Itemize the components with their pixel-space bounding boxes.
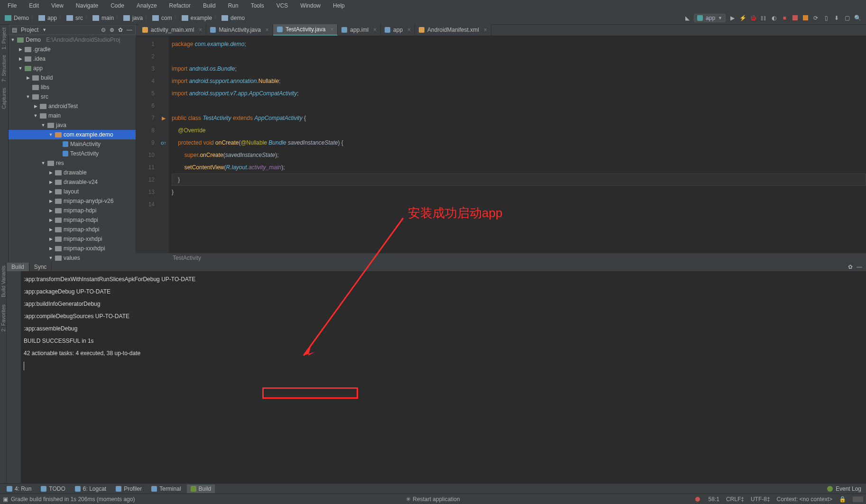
tool-window-button[interactable]: Profiler: [112, 485, 146, 493]
lock-icon[interactable]: 🔒: [839, 496, 846, 503]
tree-row[interactable]: ▶.gradle: [9, 45, 136, 54]
editor-tab[interactable]: app×: [381, 24, 415, 36]
tw-favorites[interactable]: 2: Favorites: [0, 302, 7, 334]
gear-icon[interactable]: ✿: [848, 264, 853, 270]
status-context[interactable]: Context: <no context>: [777, 496, 832, 503]
code-editor[interactable]: 1234567891011121314 ▶ o↑ package com.exa…: [136, 36, 866, 253]
tree-row[interactable]: ▼main: [9, 111, 136, 120]
menu-window[interactable]: Window: [295, 1, 326, 10]
chevron-down-icon[interactable]: ▼: [42, 27, 46, 32]
tree-row[interactable]: ▼res: [9, 158, 136, 168]
tree-row[interactable]: ▶layout: [9, 187, 136, 196]
attach-debugger-icon[interactable]: ◐: [770, 14, 778, 22]
tree-row[interactable]: ▼com.example.demo: [9, 130, 136, 139]
sync-icon[interactable]: ⟳: [812, 14, 820, 22]
build-output[interactable]: :app:transformDexWithInstantRunSlicesApk…: [21, 271, 866, 483]
tw-build-variants[interactable]: Build Variants: [0, 263, 7, 300]
close-icon[interactable]: ×: [484, 27, 487, 33]
collapse-icon[interactable]: ⊖: [101, 27, 106, 33]
tree-row[interactable]: ▼ Demo E:\Android\AndroidStudioProj: [9, 35, 136, 45]
tree-row[interactable]: ▶.idea: [9, 54, 136, 64]
editor-tab[interactable]: app.iml×: [338, 24, 381, 36]
close-icon[interactable]: ×: [330, 26, 333, 33]
close-icon[interactable]: ×: [407, 27, 411, 33]
hide-icon[interactable]: —: [127, 27, 132, 33]
tree-row[interactable]: ▶mipmap-xhdpi: [9, 225, 136, 234]
menu-build[interactable]: Build: [197, 1, 221, 10]
breadcrumb[interactable]: Demo〉 app〉 src〉 main〉 java〉 com〉 example…: [2, 14, 248, 22]
tree-row[interactable]: ▶mipmap-mdpi: [9, 215, 136, 225]
debug-icon[interactable]: 🐞: [749, 14, 757, 22]
search-icon[interactable]: 🔍: [854, 14, 861, 22]
menu-analyze[interactable]: Analyze: [131, 1, 163, 10]
tree-row[interactable]: ▼java: [9, 120, 136, 130]
menu-help[interactable]: Help: [327, 1, 350, 10]
editor-tab[interactable]: activity_main.xml×: [138, 24, 206, 36]
square-icon[interactable]: [803, 15, 808, 20]
tree-row[interactable]: ▶mipmap-hdpi: [9, 206, 136, 215]
editor-tab[interactable]: AndroidManifest.xml×: [415, 24, 491, 36]
menu-code[interactable]: Code: [105, 1, 130, 10]
target-icon[interactable]: ⊕: [110, 27, 114, 33]
tool-window-button[interactable]: Terminal: [147, 485, 184, 493]
mem-indicator[interactable]: [853, 496, 863, 502]
gear-icon[interactable]: ✿: [118, 27, 123, 33]
hammer-icon[interactable]: ◣: [683, 14, 691, 22]
tw-captures[interactable]: Captures: [0, 85, 8, 112]
menu-vcs[interactable]: VCS: [271, 1, 294, 10]
sdk-icon[interactable]: ⬇: [833, 14, 840, 22]
menu-navigate[interactable]: Navigate: [70, 1, 104, 10]
close-icon[interactable]: ×: [266, 27, 269, 33]
event-log-button[interactable]: Event Log: [827, 486, 866, 492]
editor-breadcrumb[interactable]: TestActivity: [136, 253, 866, 263]
run-icon[interactable]: ▶: [728, 14, 736, 22]
tree-row[interactable]: ▶mipmap-xxhdpi: [9, 234, 136, 244]
tool-window-button[interactable]: 6: Logcat: [71, 485, 110, 493]
tree-row[interactable]: ▶mipmap-anydpi-v26: [9, 196, 136, 206]
avd-icon[interactable]: ▯: [822, 14, 830, 22]
tree-row[interactable]: libs: [9, 82, 136, 92]
tree-row[interactable]: MainActivity: [9, 139, 136, 149]
status-enc[interactable]: UTF-8‡: [751, 496, 770, 503]
tree-row[interactable]: ▶mipmap-xxxhdpi: [9, 244, 136, 253]
tree-row[interactable]: ▼values: [9, 253, 136, 263]
tree-row[interactable]: ▶drawable: [9, 168, 136, 177]
tw-structure[interactable]: 7: Structure: [0, 52, 8, 85]
menu-view[interactable]: View: [46, 1, 69, 10]
tree-row[interactable]: ▼src: [9, 92, 136, 101]
code-area[interactable]: package com.example.demo; import android…: [169, 36, 866, 253]
error-indicator-icon[interactable]: [695, 497, 700, 502]
run-gutter-icon[interactable]: ▶: [162, 115, 166, 121]
menu-file[interactable]: File: [2, 1, 22, 10]
close-icon[interactable]: ×: [199, 27, 202, 33]
editor-tab[interactable]: TestActivity.java×: [273, 24, 338, 36]
tree-row[interactable]: ▶androidTest: [9, 101, 136, 111]
menu-edit[interactable]: Edit: [23, 1, 45, 10]
tool-window-button[interactable]: Build: [187, 485, 215, 493]
run-config-combo[interactable]: app ▼: [694, 14, 726, 22]
stop-icon[interactable]: ■: [781, 14, 788, 22]
override-icon[interactable]: o↑: [161, 140, 166, 146]
square-icon[interactable]: [792, 15, 798, 20]
close-icon[interactable]: ×: [373, 27, 377, 33]
build-tab[interactable]: Build: [7, 263, 29, 271]
profile-icon[interactable]: ⫿⫿: [760, 14, 767, 22]
menu-refactor[interactable]: Refactor: [164, 1, 196, 10]
menu-run[interactable]: Run: [222, 1, 244, 10]
status-eol[interactable]: CRLF‡: [726, 496, 744, 503]
tw-project[interactable]: 1: Project: [0, 25, 8, 52]
tree-row[interactable]: ▶build: [9, 73, 136, 82]
corner-icon[interactable]: ▣: [3, 496, 8, 503]
tree-row[interactable]: TestActivity: [9, 149, 136, 158]
editor-tab[interactable]: MainActivity.java×: [206, 24, 273, 36]
menu-tools[interactable]: Tools: [245, 1, 270, 10]
tree-row[interactable]: ▼app: [9, 64, 136, 73]
tree-row[interactable]: ▶drawable-v24: [9, 177, 136, 187]
project-tree[interactable]: ▼ Demo E:\Android\AndroidStudioProj ▶.gr…: [9, 35, 136, 263]
tool-window-button[interactable]: 4: Run: [3, 485, 35, 493]
sync-tab[interactable]: Sync: [29, 263, 52, 271]
tool-window-button[interactable]: TODO: [37, 485, 69, 493]
apply-changes-icon[interactable]: ⚡: [739, 14, 746, 22]
device-icon[interactable]: ▢: [843, 14, 851, 22]
minimize-icon[interactable]: —: [857, 264, 862, 270]
